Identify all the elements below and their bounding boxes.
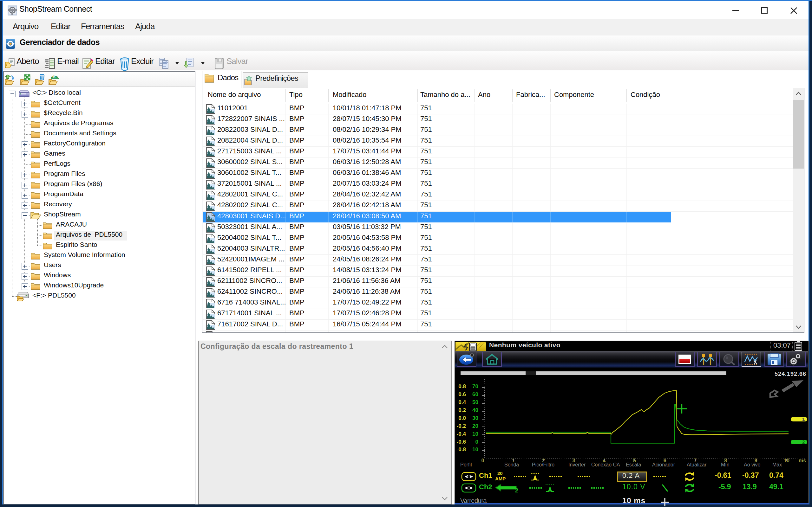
svg-text:2: 2: [515, 487, 518, 494]
